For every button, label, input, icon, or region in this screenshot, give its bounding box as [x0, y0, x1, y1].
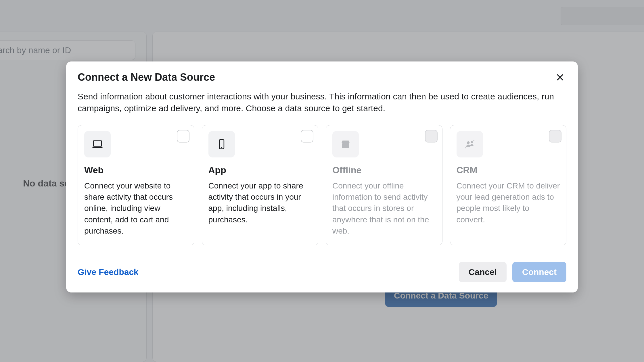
close-button[interactable]	[554, 71, 566, 84]
footer-buttons: Cancel Connect	[459, 262, 566, 282]
card-offline: Offline Connect your offline information…	[326, 125, 442, 245]
radio-app[interactable]	[301, 130, 313, 143]
svg-point-3	[221, 147, 222, 148]
close-icon	[556, 73, 564, 82]
card-app-desc: Connect your app to share activity that …	[208, 180, 312, 225]
modal-description: Send information about customer interact…	[78, 91, 564, 114]
card-crm: CRM Connect your CRM to deliver your lea…	[450, 125, 567, 245]
give-feedback-link[interactable]: Give Feedback	[78, 267, 139, 277]
card-app[interactable]: App Connect your app to share activity t…	[202, 125, 319, 245]
modal-footer: Give Feedback Cancel Connect	[78, 262, 566, 282]
card-offline-desc: Connect your offline information to send…	[332, 180, 436, 236]
modal-header: Connect a New Data Source	[78, 71, 566, 84]
connect-button: Connect	[512, 262, 566, 282]
cancel-button[interactable]: Cancel	[459, 262, 507, 282]
svg-point-5	[467, 141, 469, 144]
card-offline-title: Offline	[332, 165, 436, 176]
card-web-desc: Connect your website to share activity t…	[84, 180, 188, 236]
modal-title: Connect a New Data Source	[78, 71, 215, 83]
smartphone-icon	[208, 131, 235, 157]
card-web[interactable]: Web Connect your website to share activi…	[78, 125, 194, 245]
radio-web[interactable]	[177, 130, 189, 143]
radio-offline	[425, 130, 438, 143]
svg-rect-1	[93, 147, 103, 148]
radio-crm	[549, 130, 561, 143]
storefront-icon	[332, 131, 359, 157]
connect-data-source-modal: Connect a New Data Source Send informati…	[66, 61, 578, 292]
card-web-title: Web	[84, 165, 188, 176]
card-crm-desc: Connect your CRM to deliver your lead ge…	[457, 180, 560, 225]
card-app-title: App	[208, 165, 312, 176]
people-sync-icon	[457, 131, 483, 157]
svg-rect-0	[93, 141, 101, 146]
card-crm-title: CRM	[457, 165, 560, 176]
laptop-icon	[84, 131, 111, 157]
svg-point-6	[471, 141, 473, 143]
data-source-cards: Web Connect your website to share activi…	[78, 125, 566, 245]
